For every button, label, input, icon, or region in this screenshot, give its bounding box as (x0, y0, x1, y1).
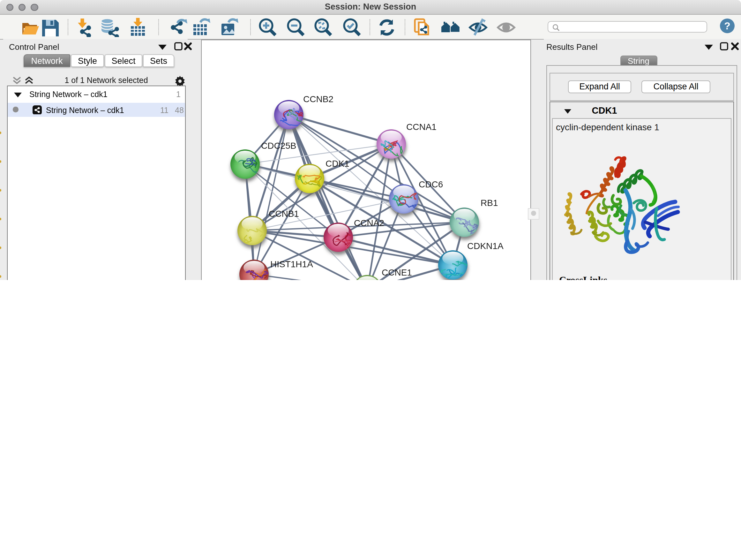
svg-text:CCNA1: CCNA1 (406, 122, 436, 132)
svg-text:HIST1H1A: HIST1H1A (270, 259, 313, 269)
svg-text:CCNB2: CCNB2 (303, 94, 333, 104)
svg-text:CDKN1A: CDKN1A (467, 241, 503, 251)
svg-text:CDK1: CDK1 (326, 159, 349, 169)
svg-text:CDC25B: CDC25B (261, 141, 296, 151)
svg-text:RB1: RB1 (481, 198, 498, 208)
svg-text:CCNA2: CCNA2 (354, 218, 384, 228)
svg-text:CDC6: CDC6 (419, 179, 443, 189)
svg-text:CCNE1: CCNE1 (382, 267, 412, 277)
svg-text:CCNB1: CCNB1 (269, 209, 299, 219)
